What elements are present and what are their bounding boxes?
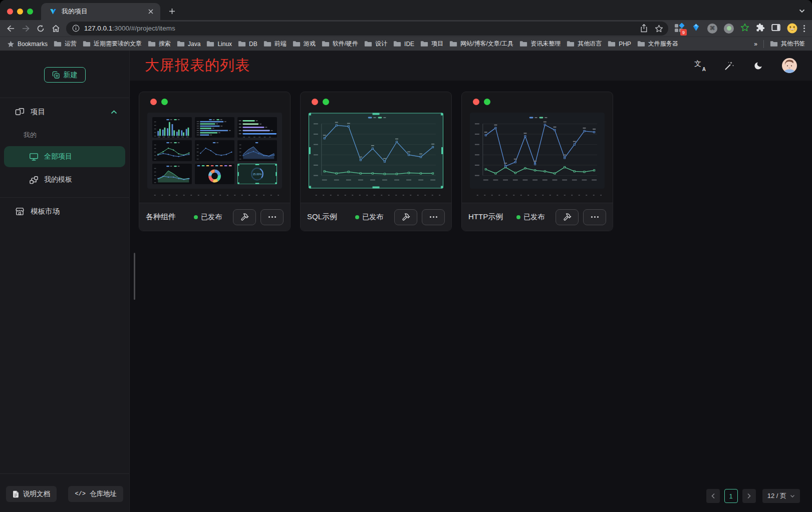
language-icon[interactable]: 文A	[694, 61, 705, 71]
forward-button[interactable]	[18, 22, 33, 36]
bookmark-folder[interactable]: 其他语言	[567, 40, 602, 48]
bookmark-folder[interactable]: 运营	[54, 40, 77, 48]
green-dot	[161, 99, 168, 105]
red-dot	[150, 99, 157, 105]
url-bar[interactable]: 127.0.0.1:3000/#/project/items	[66, 22, 668, 36]
bookmark-folder[interactable]: DB	[238, 41, 257, 48]
extension-recorder-icon[interactable]	[724, 24, 734, 34]
site-info-icon[interactable]	[72, 25, 80, 32]
browser-tab[interactable]: 我的项目	[41, 3, 160, 20]
extension-green-star-icon[interactable]	[740, 23, 749, 34]
bookmark-folder[interactable]: IDE	[393, 41, 414, 48]
chevron-up-icon[interactable]	[111, 108, 117, 116]
hammer-icon	[402, 213, 410, 221]
project-card[interactable]: 25.00% 各种组件 已发布	[139, 92, 291, 231]
mini-chart-hbars	[195, 117, 234, 138]
minimize-window-button[interactable]	[17, 9, 23, 15]
bookmark-folder[interactable]: 搜索	[148, 40, 171, 48]
status-badge: 已发布	[194, 213, 222, 222]
bookmark-folder[interactable]: Java	[177, 41, 200, 48]
project-preview-thumbnail[interactable]	[470, 113, 605, 189]
project-preview-thumbnail[interactable]: 25.00%	[147, 113, 282, 189]
tab-search-chevron-icon[interactable]	[799, 6, 805, 15]
sidebar-item-all-projects[interactable]: 全部项目	[4, 146, 125, 167]
reload-button[interactable]	[33, 22, 48, 36]
bookmark-folder[interactable]: Linux	[206, 41, 232, 48]
bookmarks-overflow-chevron[interactable]: »	[754, 41, 757, 48]
bookmark-folder[interactable]: 网站/博客/文章/工具	[449, 40, 513, 48]
close-window-button[interactable]	[7, 9, 13, 15]
new-project-button[interactable]: 新建	[44, 67, 86, 83]
bookmark-folder[interactable]: PHP	[608, 41, 631, 48]
card-window-dots	[301, 92, 451, 105]
new-tab-button[interactable]	[164, 4, 179, 19]
browser-window: 我的项目 127.0.0.1:3000/#/project/items	[0, 0, 812, 512]
bookmark-folder[interactable]: 项目	[420, 40, 443, 48]
bookmark-folder[interactable]: 设计	[364, 40, 387, 48]
sidebar-item-my-templates[interactable]: 我的模板	[4, 169, 125, 190]
extension-gem-icon[interactable]	[691, 23, 701, 34]
tab-close-icon[interactable]	[146, 7, 155, 16]
current-page-button[interactable]: 1	[724, 489, 738, 503]
share-icon[interactable]	[637, 22, 650, 35]
home-button[interactable]	[48, 22, 63, 36]
project-preview-thumbnail[interactable]	[309, 113, 443, 189]
extensions-puzzle-icon[interactable]	[756, 23, 765, 34]
pagination: 1 12 / 页	[706, 489, 800, 503]
dotted-separator	[150, 194, 279, 196]
bookmarks-bar: Bookmarks 运营 近期需要读的文章 搜索 Java Linux DB 前…	[0, 37, 812, 51]
scrollbar-thumb[interactable]	[134, 253, 135, 300]
card-footer: SQL示例 已发布	[301, 203, 451, 231]
dark-mode-moon-icon[interactable]	[753, 61, 763, 71]
sidebar-item-projects[interactable]: 项目	[0, 98, 129, 125]
bookmark-folder[interactable]: 软件/硬件	[322, 40, 358, 48]
green-dot	[323, 99, 329, 105]
bookmark-folder[interactable]: 游戏	[293, 40, 316, 48]
more-actions-button[interactable]	[260, 209, 284, 225]
project-card-list: 25.00% 各种组件 已发布	[130, 81, 812, 231]
other-bookmarks[interactable]: 其他书签	[770, 40, 805, 48]
mini-chart-donut	[195, 164, 234, 184]
browser-menu-icon[interactable]	[802, 25, 809, 32]
more-actions-button[interactable]	[583, 209, 606, 225]
dotted-separator	[473, 194, 602, 196]
dotted-separator	[312, 194, 440, 196]
bookmark-folder[interactable]: 前端	[263, 40, 287, 48]
next-page-button[interactable]	[742, 489, 756, 503]
project-card[interactable]: HTTP示例 已发布	[461, 92, 613, 231]
docs-button[interactable]: 说明文档	[6, 486, 57, 502]
back-button[interactable]	[3, 22, 18, 36]
bookmark-folder[interactable]: 文件服务器	[637, 40, 678, 48]
page-size-select[interactable]: 12 / 页	[762, 489, 800, 503]
project-card[interactable]: SQL示例 已发布	[300, 92, 452, 231]
app-root: 新建 项目 我的 全部项目	[0, 51, 812, 512]
extension-command-icon[interactable]: ⌘	[707, 24, 717, 34]
prev-page-button[interactable]	[706, 489, 720, 503]
zoom-window-button[interactable]	[27, 9, 33, 15]
bookmarks-root[interactable]: Bookmarks	[7, 41, 48, 48]
more-actions-button[interactable]	[422, 209, 445, 225]
bookmark-folder[interactable]: 资讯未整理	[519, 40, 561, 48]
extension-squares-icon[interactable]: 9	[674, 23, 685, 34]
green-dot	[484, 99, 490, 105]
status-dot	[355, 215, 359, 219]
user-avatar[interactable]	[782, 58, 797, 73]
card-window-dots	[139, 92, 290, 105]
status-dot	[194, 215, 198, 219]
bookmark-star-icon[interactable]	[652, 22, 665, 35]
profile-avatar-icon[interactable]	[787, 23, 797, 34]
mini-chart-line2	[152, 140, 192, 161]
sidebar: 新建 项目 我的 全部项目	[0, 51, 130, 512]
status-badge: 已发布	[355, 213, 383, 222]
template-blocks-icon	[29, 176, 39, 184]
magic-wand-icon[interactable]	[724, 61, 734, 71]
edit-project-button[interactable]	[233, 209, 256, 225]
sidebar-item-template-market[interactable]: 模板市场	[0, 198, 129, 225]
repo-button[interactable]: </> 仓库地址	[68, 486, 123, 502]
edit-project-button[interactable]	[394, 209, 417, 225]
edit-project-button[interactable]	[556, 209, 579, 225]
side-panel-icon[interactable]	[771, 24, 780, 34]
bookmark-folder[interactable]: 近期需要读的文章	[83, 40, 142, 48]
browser-toolbar: 127.0.0.1:3000/#/project/items 9 ⌘	[0, 20, 812, 37]
storefront-icon	[15, 207, 25, 216]
